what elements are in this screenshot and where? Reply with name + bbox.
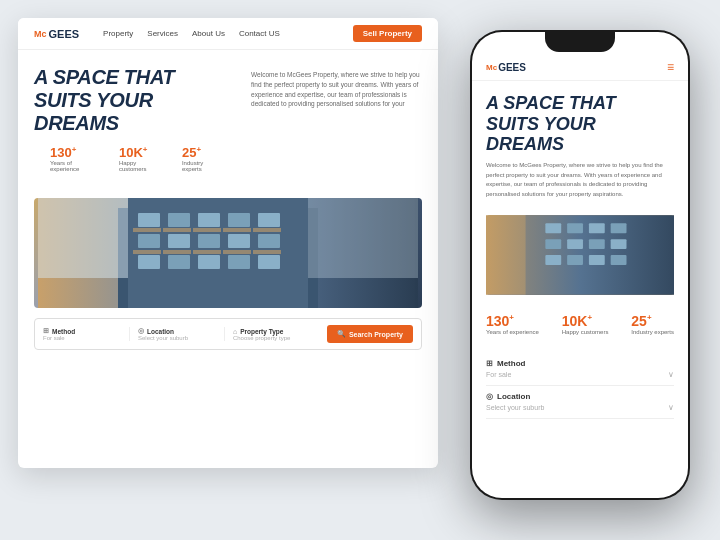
nav-contact[interactable]: Contact US: [239, 29, 280, 38]
location-chevron-icon: ∨: [668, 403, 674, 412]
svg-rect-26: [193, 250, 221, 254]
svg-rect-6: [198, 213, 220, 227]
svg-rect-25: [163, 250, 191, 254]
sell-property-button[interactable]: Sell Property: [353, 25, 422, 42]
svg-rect-34: [545, 224, 561, 234]
mobile-content: McGEES ≡ A Space That suits your Dreams …: [472, 32, 688, 498]
svg-rect-40: [589, 240, 605, 250]
phone-inner: McGEES ≡ A Space That suits your Dreams …: [472, 32, 688, 498]
svg-rect-37: [611, 224, 627, 234]
svg-rect-10: [168, 234, 190, 248]
mobile-stats: 130+ Years of experience 10K+ Happy cust…: [472, 303, 688, 345]
svg-rect-18: [258, 255, 280, 269]
svg-rect-13: [258, 234, 280, 248]
nav-property[interactable]: Property: [103, 29, 133, 38]
svg-rect-7: [228, 213, 250, 227]
desktop-hero-left: A Space That suits your Dreams 130+ Year…: [34, 66, 239, 182]
desktop-hero-description: Welcome to McGees Property, where we str…: [251, 66, 422, 182]
mobile-logo-mc: Mc: [486, 63, 497, 72]
svg-rect-22: [223, 228, 251, 232]
nav-about[interactable]: About Us: [192, 29, 225, 38]
svg-rect-8: [258, 213, 280, 227]
method-chevron-icon: ∨: [668, 370, 674, 379]
svg-rect-9: [138, 234, 160, 248]
method-icon: ⊞: [43, 327, 49, 335]
stat-experience: 130+ Years of experience: [50, 145, 101, 172]
mobile-logo-gees: GEES: [498, 62, 526, 73]
mobile-nav: McGEES ≡: [472, 54, 688, 81]
desktop-hero-image: [34, 198, 422, 308]
desktop-stats: 130+ Years of experience 10K+ Happy cust…: [34, 135, 239, 182]
mobile-hero-title: A Space That suits your Dreams: [486, 93, 674, 155]
location-icon: ◎: [138, 327, 144, 335]
mobile-logo: McGEES: [486, 62, 526, 73]
svg-rect-42: [545, 255, 561, 265]
mobile-hero-description: Welcome to McGees Property, where we str…: [486, 161, 674, 199]
svg-rect-4: [138, 213, 160, 227]
logo-mc: Mc: [34, 29, 47, 39]
svg-rect-38: [545, 240, 561, 250]
search-icon: 🔍: [337, 330, 346, 338]
desktop-hero: A Space That suits your Dreams 130+ Year…: [18, 50, 438, 198]
svg-rect-36: [589, 224, 605, 234]
hamburger-icon[interactable]: ≡: [667, 60, 674, 74]
mobile-method-field[interactable]: ⊞ Method For sale ∨: [486, 353, 674, 386]
svg-rect-29: [38, 198, 128, 278]
svg-rect-23: [253, 228, 281, 232]
svg-rect-24: [133, 250, 161, 254]
desktop-hero-title: A Space That suits your Dreams: [34, 66, 239, 135]
phone-notch: [545, 32, 615, 52]
svg-rect-5: [168, 213, 190, 227]
desktop-nav-links: Property Services About Us Contact US: [103, 29, 353, 38]
property-icon: ⌂: [233, 328, 237, 335]
stat-experts: 25+ Industry experts: [182, 145, 223, 172]
svg-rect-28: [253, 250, 281, 254]
svg-rect-14: [138, 255, 160, 269]
search-property-button[interactable]: 🔍 Search Property: [327, 325, 413, 343]
location-field[interactable]: ◎ Location Select your suburb: [138, 327, 225, 341]
svg-rect-20: [163, 228, 191, 232]
svg-rect-17: [228, 255, 250, 269]
svg-rect-30: [308, 198, 418, 278]
logo-gees: GEES: [49, 28, 80, 40]
desktop-search-bar: ⊞ Method For sale ◎ Location Select your…: [34, 318, 422, 350]
stat-customers: 10K+ Happy customers: [119, 145, 164, 172]
mobile-phone: McGEES ≡ A Space That suits your Dreams …: [470, 30, 690, 500]
svg-rect-12: [228, 234, 250, 248]
mobile-stat-experts: 25+ Industry experts: [631, 313, 674, 335]
nav-services[interactable]: Services: [147, 29, 178, 38]
property-type-field[interactable]: ⌂ Property Type Choose property type: [233, 328, 319, 341]
desktop-logo: McGEES: [34, 28, 79, 40]
svg-rect-41: [611, 240, 627, 250]
svg-rect-16: [198, 255, 220, 269]
mobile-form: ⊞ Method For sale ∨ ◎ Location Select yo…: [472, 345, 688, 427]
method-field[interactable]: ⊞ Method For sale: [43, 327, 130, 341]
svg-rect-45: [611, 255, 627, 265]
desktop-nav: McGEES Property Services About Us Contac…: [18, 18, 438, 50]
mobile-stat-experience: 130+ Years of experience: [486, 313, 539, 335]
mobile-hero: A Space That suits your Dreams Welcome t…: [472, 81, 688, 207]
desktop-browser: McGEES Property Services About Us Contac…: [18, 18, 438, 468]
svg-rect-15: [168, 255, 190, 269]
svg-rect-21: [193, 228, 221, 232]
mobile-stat-customers: 10K+ Happy customers: [562, 313, 609, 335]
mobile-location-field[interactable]: ◎ Location Select your suburb ∨: [486, 386, 674, 419]
mobile-location-icon: ◎: [486, 392, 493, 401]
svg-rect-27: [223, 250, 251, 254]
mobile-method-icon: ⊞: [486, 359, 493, 368]
svg-rect-11: [198, 234, 220, 248]
mobile-hero-image: [486, 215, 674, 295]
svg-rect-44: [589, 255, 605, 265]
svg-rect-19: [133, 228, 161, 232]
svg-rect-35: [567, 224, 583, 234]
svg-rect-43: [567, 255, 583, 265]
svg-rect-39: [567, 240, 583, 250]
